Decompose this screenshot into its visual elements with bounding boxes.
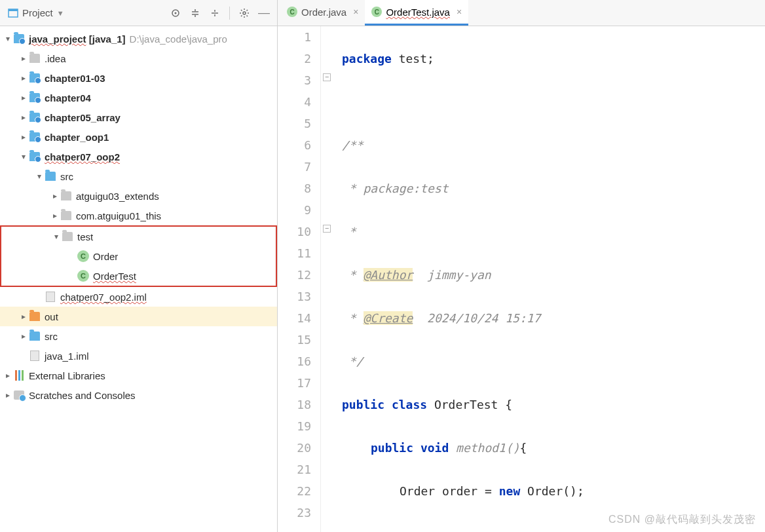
class-icon: C <box>77 270 89 282</box>
chevron-down-icon[interactable]: ▾ <box>51 232 62 241</box>
tree-item-src2[interactable]: ▸src <box>0 326 277 346</box>
editor-tabs: C Order.java × C OrderTest.java × <box>278 0 765 26</box>
tab-label: Order.java <box>301 7 346 18</box>
folder-icon <box>29 54 40 63</box>
code-editor[interactable]: 1234567891011121314151617181920212223 − … <box>278 26 765 532</box>
tree-item-idea[interactable]: ▸.idea <box>0 48 277 68</box>
collapse-all-button[interactable] <box>207 5 223 21</box>
watermark: CSDN @敲代码敲到头发茂密 <box>608 513 756 527</box>
highlighted-test-package: ▾test COrder COrderTest <box>0 225 277 287</box>
svg-point-4 <box>243 12 246 14</box>
scratch-icon <box>14 390 24 400</box>
tab-ordertest[interactable]: C OrderTest.java × <box>365 0 468 26</box>
project-path: D:\java_code\java_pro <box>130 33 227 45</box>
settings-button[interactable] <box>236 5 252 21</box>
class-icon: C <box>371 7 382 17</box>
source-folder-icon <box>45 172 56 181</box>
chevron-right-icon[interactable]: ▸ <box>18 132 29 142</box>
class-icon: C <box>77 250 89 262</box>
project-icon <box>8 8 18 18</box>
library-icon <box>15 370 24 381</box>
excluded-folder-icon <box>29 312 40 321</box>
chevron-right-icon[interactable]: ▸ <box>3 371 13 380</box>
hide-button[interactable]: — <box>256 5 272 21</box>
project-dropdown[interactable]: Project ▼ <box>8 7 64 18</box>
package-icon <box>62 232 73 241</box>
sidebar-toolbar: Project ▼ — <box>0 0 277 26</box>
chevron-right-icon[interactable]: ▸ <box>18 54 29 63</box>
chevron-right-icon[interactable]: ▸ <box>3 390 13 400</box>
tree-root[interactable]: ▾ java_project [java_1] D:\java_code\jav… <box>0 29 277 48</box>
select-opened-file-button[interactable] <box>168 5 183 21</box>
iml-file-icon <box>30 351 39 361</box>
module-folder-icon <box>29 152 40 161</box>
tree-item-ch01[interactable]: ▸chapter01-03 <box>0 68 277 88</box>
tree-item-oop1[interactable]: ▸chapter_oop1 <box>0 127 277 147</box>
tree-item-class-ordertest[interactable]: COrderTest <box>1 266 276 286</box>
chevron-down-icon[interactable]: ▾ <box>34 172 45 181</box>
svg-rect-1 <box>9 9 18 11</box>
fold-toggle-icon[interactable]: − <box>323 73 331 81</box>
chevron-right-icon[interactable]: ▸ <box>18 312 29 321</box>
iml-file-icon <box>46 292 55 302</box>
tree-item-oop2[interactable]: ▾chatper07_oop2 <box>0 147 277 166</box>
tree-item-pkg-this[interactable]: ▸com.atguigu01_this <box>0 206 277 225</box>
tree-item-iml2[interactable]: java_1.iml <box>0 346 277 366</box>
chevron-right-icon[interactable]: ▸ <box>50 211 60 220</box>
tree-item-ch05[interactable]: ▸chapter05_array <box>0 107 277 127</box>
tree-item-external-libs[interactable]: ▸External Libraries <box>0 366 277 385</box>
tree-item-src[interactable]: ▾src <box>0 166 277 186</box>
module-folder-icon <box>29 113 40 122</box>
expand-all-button[interactable] <box>187 5 203 21</box>
tree-item-pkg-extends[interactable]: ▸atguigu03_extends <box>0 186 277 206</box>
class-icon: C <box>287 7 297 17</box>
chevron-down-icon[interactable]: ▾ <box>3 34 13 43</box>
editor-area: C Order.java × C OrderTest.java × 123456… <box>278 0 765 532</box>
tree-item-class-order[interactable]: COrder <box>1 246 276 266</box>
gear-icon <box>239 8 250 18</box>
project-sidebar: Project ▼ — ▾ java_project [java_1] D:\j… <box>0 0 278 532</box>
svg-point-3 <box>175 12 177 14</box>
fold-gutter: − − <box>321 26 334 532</box>
project-tree[interactable]: ▾ java_project [java_1] D:\java_code\jav… <box>0 26 277 532</box>
tab-label: OrderTest.java <box>386 7 450 18</box>
chevron-right-icon[interactable]: ▸ <box>18 73 29 83</box>
tree-item-iml[interactable]: chatper07_oop2.iml <box>0 287 277 307</box>
tree-item-scratches[interactable]: ▸Scratches and Consoles <box>0 385 277 405</box>
source-folder-icon <box>29 332 40 341</box>
code-content[interactable]: package test; /** * package:test * * @Au… <box>334 26 765 532</box>
tree-item-pkg-test[interactable]: ▾test <box>1 227 276 246</box>
tab-order[interactable]: C Order.java × <box>280 0 365 26</box>
module-folder-icon <box>29 93 40 102</box>
module-name: [java_1] <box>89 33 126 45</box>
project-name: java_project <box>29 33 86 45</box>
chevron-right-icon[interactable]: ▸ <box>18 93 29 102</box>
chevron-right-icon[interactable]: ▸ <box>50 191 60 200</box>
chevron-down-icon: ▼ <box>57 9 64 17</box>
chevron-right-icon[interactable]: ▸ <box>18 113 29 122</box>
close-icon[interactable]: × <box>353 7 358 17</box>
line-gutter: 1234567891011121314151617181920212223 <box>278 26 321 532</box>
chevron-right-icon[interactable]: ▸ <box>18 332 29 341</box>
project-title: Project <box>22 7 53 18</box>
close-icon[interactable]: × <box>457 7 462 17</box>
tree-item-ch04[interactable]: ▸chapter04 <box>0 88 277 107</box>
package-icon <box>61 211 71 220</box>
tree-item-out[interactable]: ▸out <box>0 307 277 326</box>
module-folder-icon <box>29 73 40 83</box>
chevron-down-icon[interactable]: ▾ <box>18 152 29 161</box>
module-folder-icon <box>29 132 40 142</box>
fold-toggle-icon[interactable]: − <box>323 225 331 233</box>
module-folder-icon <box>14 34 24 43</box>
package-icon <box>61 191 71 200</box>
